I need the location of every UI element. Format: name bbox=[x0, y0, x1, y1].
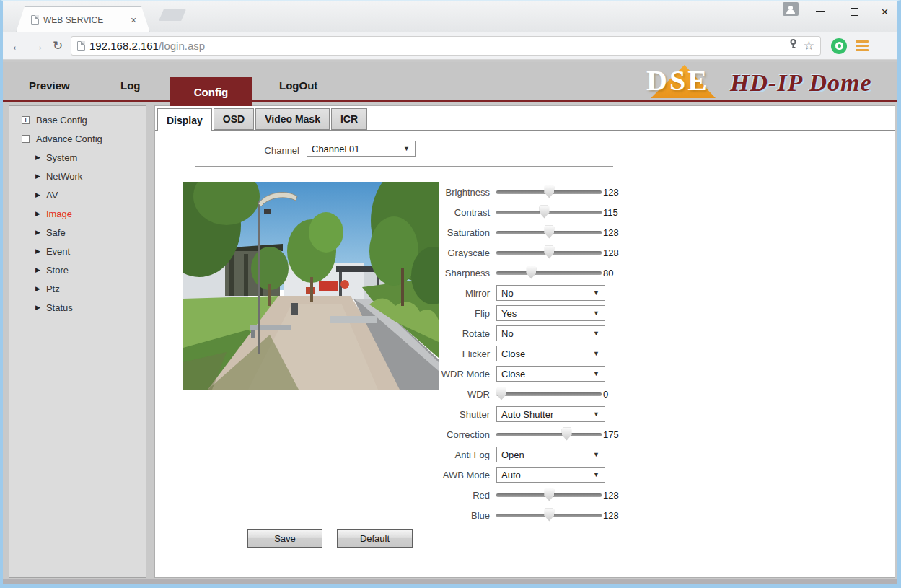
control-row-grayscale: Grayscale128 bbox=[402, 242, 647, 263]
sidebar-item-label: NetWork bbox=[46, 171, 82, 182]
sidebar-item-status[interactable]: ▶Status bbox=[9, 298, 146, 317]
brightness-value: 128 bbox=[603, 187, 619, 198]
tab-icr[interactable]: ICR bbox=[331, 108, 367, 130]
correction-label: Correction bbox=[402, 429, 496, 440]
key-icon[interactable] bbox=[788, 39, 798, 53]
save-button[interactable]: Save bbox=[247, 529, 322, 548]
sidebar-item-store[interactable]: ▶Store bbox=[9, 260, 146, 279]
sharpness-slider[interactable] bbox=[496, 271, 602, 275]
brightness-slider[interactable] bbox=[496, 190, 602, 194]
chevron-down-icon: ▼ bbox=[593, 310, 599, 317]
flip-select[interactable]: Yes▼ bbox=[496, 305, 605, 321]
channel-label: Channel bbox=[227, 145, 299, 156]
tab-close-icon[interactable]: × bbox=[128, 14, 139, 26]
shutter-select[interactable]: Auto Shutter▼ bbox=[496, 406, 605, 422]
site-navbar: PreviewLogConfigLogOut DSE HD-IP Dome bbox=[3, 62, 897, 102]
saturation-slider[interactable] bbox=[496, 231, 602, 234]
correction-slider[interactable] bbox=[496, 433, 602, 436]
window-minimize-button[interactable] bbox=[804, 1, 836, 22]
red-slider[interactable] bbox=[496, 493, 602, 497]
blue-slider-thumb[interactable] bbox=[544, 509, 554, 522]
grayscale-slider-thumb[interactable] bbox=[544, 246, 554, 259]
sidebar-item-av[interactable]: ▶AV bbox=[9, 185, 146, 204]
saturation-slider-thumb[interactable] bbox=[544, 226, 554, 239]
address-bar[interactable]: 192.168.2.161/login.asp ☆ bbox=[71, 36, 821, 56]
red-slider-thumb[interactable] bbox=[544, 488, 554, 501]
tab-osd[interactable]: OSD bbox=[214, 108, 254, 130]
nav-item-preview[interactable]: Preview bbox=[29, 79, 70, 92]
sidebar-item-base-config[interactable]: +Base Config bbox=[9, 110, 146, 129]
tree-arrow-icon: ▶ bbox=[35, 229, 40, 236]
chevron-down-icon: ▼ bbox=[593, 411, 599, 418]
sidebar-item-ptz[interactable]: ▶Ptz bbox=[9, 279, 146, 298]
awb-mode-select[interactable]: Auto▼ bbox=[496, 467, 605, 483]
browser-window: WEB SERVICE × × ← → ↻ 192.168.2.161/logi… bbox=[0, 0, 901, 588]
anti-fog-select[interactable]: Open▼ bbox=[496, 447, 605, 462]
collapse-icon[interactable]: − bbox=[22, 135, 30, 143]
camera-preview-image bbox=[183, 182, 439, 390]
browser-menu-icon[interactable] bbox=[856, 40, 869, 51]
nav-item-log[interactable]: Log bbox=[120, 79, 141, 92]
anti-fog-select-value: Open bbox=[501, 449, 524, 460]
blue-slider[interactable] bbox=[496, 514, 602, 517]
window-close-button[interactable]: × bbox=[869, 1, 901, 22]
rotate-select[interactable]: No▼ bbox=[496, 325, 605, 341]
wdr-mode-select-value: Close bbox=[501, 369, 525, 379]
channel-select[interactable]: Channel 01 ▼ bbox=[307, 141, 416, 157]
sidebar-item-label: Base Config bbox=[36, 115, 87, 126]
back-icon[interactable]: ← bbox=[7, 39, 27, 53]
tab-display[interactable]: Display bbox=[157, 108, 212, 131]
chevron-down-icon: ▼ bbox=[593, 289, 599, 297]
bookmark-star-icon[interactable]: ☆ bbox=[804, 38, 814, 53]
brightness-slider-thumb[interactable] bbox=[544, 185, 554, 198]
awb-mode-label: AWB Mode bbox=[402, 470, 496, 481]
sidebar-item-event[interactable]: ▶Event bbox=[9, 242, 146, 260]
nav-item-logout[interactable]: LogOut bbox=[279, 79, 317, 92]
tab-title: WEB SERVICE bbox=[43, 15, 128, 25]
tree-arrow-icon: ▶ bbox=[35, 210, 40, 217]
sharpness-slider-thumb[interactable] bbox=[526, 266, 536, 279]
red-value: 128 bbox=[603, 490, 619, 501]
correction-value: 175 bbox=[603, 429, 619, 440]
shutter-label: Shutter bbox=[402, 409, 496, 420]
wdr-mode-select[interactable]: Close▼ bbox=[496, 366, 605, 382]
expand-icon[interactable]: + bbox=[22, 116, 30, 124]
wdr-slider[interactable] bbox=[496, 392, 602, 396]
control-row-wdr-mode: WDR ModeClose▼ bbox=[402, 364, 647, 384]
profile-avatar-icon[interactable] bbox=[783, 2, 799, 16]
shutter-select-value: Auto Shutter bbox=[501, 409, 553, 420]
flicker-select[interactable]: Close▼ bbox=[496, 346, 605, 361]
wdr-slider-thumb[interactable] bbox=[496, 387, 506, 400]
window-maximize-button[interactable] bbox=[838, 1, 871, 22]
default-button[interactable]: Default bbox=[337, 529, 413, 548]
control-row-anti-fog: Anti FogOpen▼ bbox=[402, 444, 647, 465]
tree-arrow-icon: ▶ bbox=[35, 266, 40, 273]
mirror-label: Mirror bbox=[402, 288, 496, 299]
red-label: Red bbox=[402, 490, 496, 501]
browser-tab[interactable]: WEB SERVICE × bbox=[16, 6, 150, 32]
section-divider bbox=[195, 166, 613, 167]
tab-video-mask[interactable]: Video Mask bbox=[255, 108, 330, 130]
sidebar-item-safe[interactable]: ▶Safe bbox=[9, 223, 146, 242]
wdr-value: 0 bbox=[603, 389, 608, 400]
mirror-select[interactable]: No▼ bbox=[496, 285, 605, 301]
sidebar-item-advance-config[interactable]: −Advance Config bbox=[9, 129, 146, 148]
grayscale-slider[interactable] bbox=[496, 251, 602, 255]
grayscale-value: 128 bbox=[603, 247, 619, 258]
nav-item-config[interactable]: Config bbox=[170, 77, 252, 106]
grayscale-label: Grayscale bbox=[402, 247, 496, 258]
contrast-slider-thumb[interactable] bbox=[540, 206, 550, 219]
control-row-blue: Blue128 bbox=[402, 505, 647, 525]
sidebar-item-image[interactable]: ▶Image bbox=[9, 204, 146, 223]
control-row-sharpness: Sharpness80 bbox=[402, 263, 647, 283]
extension-icon[interactable] bbox=[831, 38, 847, 54]
sidebar-item-system[interactable]: ▶System bbox=[9, 148, 146, 167]
new-tab-button[interactable] bbox=[159, 9, 186, 21]
correction-slider-thumb[interactable] bbox=[562, 428, 572, 441]
url-page-icon bbox=[77, 41, 85, 51]
url-text[interactable]: 192.168.2.161/login.asp bbox=[89, 40, 788, 52]
sidebar-item-network[interactable]: ▶NetWork bbox=[9, 167, 146, 185]
control-row-flicker: FlickerClose▼ bbox=[402, 343, 647, 364]
reload-icon[interactable]: ↻ bbox=[48, 40, 68, 52]
contrast-slider[interactable] bbox=[496, 211, 602, 214]
